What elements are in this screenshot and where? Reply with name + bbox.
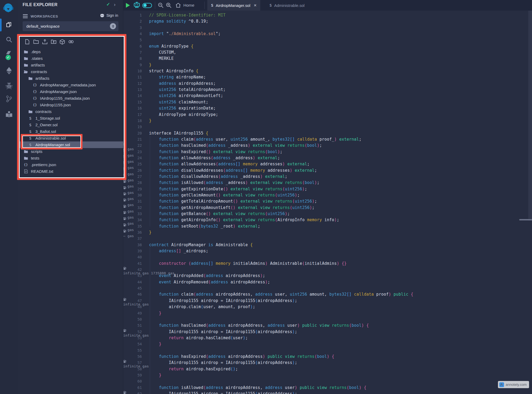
line-number: 39 (123, 248, 142, 254)
sidebar-item-learneth[interactable] (0, 109, 18, 120)
hamburger-menu-icon[interactable] (23, 14, 28, 18)
tree-item-iairdrop1155-json[interactable]: {}IAirdrop1155.json (18, 102, 123, 108)
tree-item-label: .prettierrc.json (31, 162, 56, 167)
sidebar-item-solidity-compiler[interactable]: ✓ (0, 49, 18, 60)
code-line: 19 (123, 124, 489, 130)
tree-item-tests[interactable]: tests (18, 155, 123, 161)
json-icon: {} (32, 90, 37, 94)
search-icon (6, 36, 13, 43)
close-tab-icon[interactable]: × (254, 3, 257, 8)
tree-item-contracts[interactable]: contracts (18, 108, 123, 115)
line-number: 41 (123, 261, 142, 267)
remix-logo[interactable] (2, 2, 15, 15)
tab-airdropmanager-sol[interactable]: SAirdropManager.sol× (207, 0, 260, 11)
sidebar-item-git[interactable] (0, 94, 18, 104)
cube-icon[interactable] (59, 39, 65, 45)
code-line: 22 function hasClaimed(address _address)… (123, 142, 489, 149)
code-line: 10struct AirdropInfo { (123, 68, 489, 74)
code-editor[interactable]: 1// SPDX-License-Identifier: MIT2pragma … (123, 11, 532, 394)
line-number: 28 (123, 180, 142, 186)
line-number: 8 (123, 56, 142, 62)
tree-item-airdropmanager-metadata-json[interactable]: {}AirdropManager_metadata.json (18, 82, 123, 88)
sidebar-item-file-explorer[interactable] (0, 20, 18, 30)
code-line: 7 CUSTOM, (123, 49, 489, 56)
tree-item--states[interactable]: .states (18, 55, 123, 62)
sidebar-item-search[interactable] (0, 34, 18, 45)
code-line: 11 string airdropName; (123, 74, 489, 80)
tree-item-label: scripts (31, 149, 42, 154)
scrollbar-thumb[interactable] (528, 11, 532, 221)
tree-item--deps[interactable]: .deps (18, 48, 123, 55)
line-number: 15 (123, 99, 142, 105)
zoom-out-button[interactable] (158, 0, 164, 11)
tree-item-artifacts[interactable]: artifacts (18, 75, 123, 82)
tab-label: AirdropManager.sol (216, 3, 250, 8)
line-number: 52 (123, 329, 142, 335)
code-line: 45 (123, 285, 489, 291)
tab-home[interactable]: Home (175, 0, 194, 11)
tab-administrable-sol[interactable]: SAdministrable.sol (266, 0, 308, 11)
code-line: 3 (123, 25, 489, 31)
tree-item-2-owner-sol[interactable]: S2_Owner.sol (18, 121, 123, 128)
run-script-button[interactable] (125, 0, 130, 11)
bug-icon (5, 82, 13, 89)
tree-item-airdropmanager-json[interactable]: {}AirdropManager.json (18, 88, 123, 95)
chevron-right-icon[interactable]: › (114, 2, 116, 7)
editor-scrollbar[interactable] (528, 11, 532, 394)
sol-icon: S (28, 123, 33, 127)
code-line: 23 function hasExpired() external view r… (123, 149, 489, 155)
code-line: 53 return airdrop.hasClaimed(user); (123, 335, 489, 341)
tree-item-label: IAirdrop1155_metadata.json (40, 96, 90, 100)
code-line: 12 address airdropAddress; (123, 81, 489, 87)
line-number: 50 (123, 316, 142, 322)
tree-item-iairdrop1155-metadata-json[interactable]: {}IAirdrop1155_metadata.json (18, 95, 123, 102)
tree-item-label: AirdropManager.sol (35, 142, 70, 147)
code-line: 35 function setRoot(bytes32 _root) exter… (123, 223, 489, 229)
sidebar-item-deploy-run[interactable] (0, 65, 18, 76)
code-line: 32 function getAirdropAmountLeft() exter… (123, 205, 489, 211)
tree-item-label: artifacts (35, 76, 50, 81)
code-line: 57 IAirdrop1155 airdrop = IAirdrop1155(a… (123, 360, 489, 366)
tree-item-administrable-sol[interactable]: SAdministrable.sol (18, 135, 123, 141)
ai-copilot-toggle[interactable] (142, 0, 152, 11)
tree-item-1-storage-sol[interactable]: S1_Storage.sol (18, 115, 123, 121)
workspace-select[interactable]: default_workspace (23, 21, 118, 31)
folder-icon (23, 50, 28, 53)
tree-item--prettierrc-json[interactable]: {}.prettierrc.json (18, 161, 123, 168)
tree-item-contracts[interactable]: contracts (18, 68, 123, 75)
sol-icon: S (28, 129, 33, 134)
tabbar-divider (155, 2, 155, 9)
tree-item-3-ballot-sol[interactable]: S3_Ballot.sol (18, 128, 123, 135)
workspace-dropdown-icon[interactable] (110, 23, 116, 29)
tree-item-label: 2_Owner.sol (35, 123, 57, 127)
sidebar-item-debugger[interactable] (0, 81, 18, 91)
folder-icon (23, 150, 28, 153)
tree-item-scripts[interactable]: scripts (18, 148, 123, 155)
zoom-in-button[interactable] (166, 0, 172, 11)
line-number: 58 (123, 366, 142, 372)
tree-item-label: artifacts (31, 63, 45, 67)
accept-check-icon[interactable]: ✓ (106, 2, 110, 7)
new-file-icon[interactable] (24, 39, 30, 45)
upload-file-icon[interactable] (42, 39, 48, 45)
sign-in-label: Sign in (106, 13, 118, 18)
tree-item-readme-txt[interactable]: README.txt (18, 168, 123, 175)
folder-icon (23, 157, 28, 160)
tree-item-airdropmanager-sol[interactable]: SAirdropManager.sol (18, 141, 123, 148)
code-area[interactable]: 1// SPDX-License-Identifier: MIT2pragma … (123, 12, 489, 394)
line-number: 24 (123, 155, 142, 161)
watermark-text: annotely.com (506, 383, 527, 387)
upload-folder-icon[interactable] (51, 39, 56, 45)
line-number: 61 (123, 385, 142, 391)
code-line: 27 function disallowAddress(address _add… (123, 174, 489, 180)
line-number: 11 (123, 74, 142, 80)
link-icon[interactable] (68, 39, 74, 45)
tree-item-artifacts[interactable]: artifacts (18, 62, 123, 68)
line-number: 19 (123, 124, 142, 130)
ai-copilot-icon[interactable] (133, 0, 141, 11)
file-tree: .deps.statesartifactscontractsartifacts{… (18, 48, 123, 175)
line-number: 40 (123, 254, 142, 260)
github-sign-in[interactable]: Sign in (100, 13, 118, 18)
new-folder-icon[interactable] (33, 39, 39, 45)
line-number: 45 (123, 285, 142, 291)
